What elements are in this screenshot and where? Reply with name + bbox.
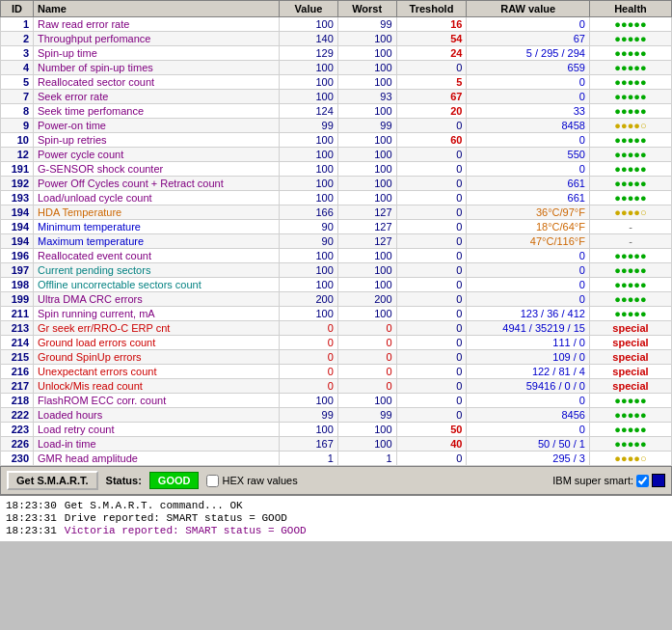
- cell-health: ●●●●●: [589, 90, 671, 104]
- cell-id: 10: [1, 133, 34, 148]
- table-row: 213 Gr seek err/RRO-C ERP cnt 0 0 0 4941…: [1, 321, 672, 336]
- log-lines: 18:23:30 Get S.M.A.R.T. command... OK 18…: [6, 500, 666, 536]
- col-header-id: ID: [1, 1, 34, 17]
- log-timestamp: 18:23:30: [6, 500, 57, 511]
- cell-treshold: 24: [396, 46, 467, 61]
- table-row: 230 GMR head amplitude 1 1 0 295 / 3 ●●●…: [1, 452, 672, 466]
- cell-health: ●●●●●: [589, 75, 671, 90]
- cell-value: 90: [280, 234, 338, 249]
- cell-value: 100: [280, 307, 338, 321]
- cell-health: ●●●●○: [589, 452, 671, 466]
- cell-id: 9: [1, 119, 34, 133]
- hex-raw-label[interactable]: HEX raw values: [206, 475, 297, 487]
- cell-value: 100: [280, 148, 338, 162]
- cell-name: Spin-up retries: [34, 133, 280, 148]
- cell-worst: 100: [337, 191, 396, 205]
- cell-value: 140: [280, 32, 338, 46]
- cell-health: special: [589, 350, 671, 365]
- cell-raw: 0: [467, 263, 590, 278]
- hex-raw-checkbox[interactable]: [206, 475, 219, 487]
- table-row: 214 Ground load errors count 0 0 0 111 /…: [1, 336, 672, 350]
- cell-name: Unexpectant errors count: [34, 365, 280, 379]
- cell-raw: 550: [467, 148, 590, 162]
- table-row: 1 Raw read error rate 100 99 16 0 ●●●●●: [1, 17, 672, 32]
- table-row: 191 G-SENSOR shock counter 100 100 0 0 ●…: [1, 162, 672, 177]
- cell-health: ●●●●●: [589, 292, 671, 307]
- cell-treshold: 0: [396, 263, 467, 278]
- table-row: 7 Seek error rate 100 93 67 0 ●●●●●: [1, 90, 672, 104]
- cell-health: ●●●●●: [589, 263, 671, 278]
- cell-treshold: 5: [396, 75, 467, 90]
- cell-name: Offline uncorrectable sectors count: [34, 278, 280, 292]
- table-row: 218 FlashROM ECC corr. count 100 100 0 0…: [1, 394, 672, 408]
- cell-id: 194: [1, 220, 34, 234]
- cell-worst: 0: [337, 365, 396, 379]
- log-line: 18:23:31 Drive reported: SMART status = …: [6, 512, 666, 524]
- ibm-label[interactable]: IBM super smart:: [552, 474, 665, 487]
- cell-value: 90: [280, 220, 338, 234]
- log-area: 18:23:30 Get S.M.A.R.T. command... OK 18…: [0, 495, 672, 541]
- cell-id: 213: [1, 321, 34, 336]
- cell-name: Power cycle count: [34, 148, 280, 162]
- table-row: 5 Reallocated sector count 100 100 5 0 ●…: [1, 75, 672, 90]
- cell-id: 196: [1, 249, 34, 263]
- cell-health: ●●●●●: [589, 307, 671, 321]
- cell-id: 223: [1, 423, 34, 437]
- table-row: 198 Offline uncorrectable sectors count …: [1, 278, 672, 292]
- cell-name: Number of spin-up times: [34, 61, 280, 75]
- cell-value: 100: [280, 191, 338, 205]
- col-header-name: Name: [34, 1, 280, 17]
- cell-treshold: 0: [396, 61, 467, 75]
- cell-raw: 0: [467, 90, 590, 104]
- table-row: 10 Spin-up retries 100 100 60 0 ●●●●●: [1, 133, 672, 148]
- cell-health: ●●●●●: [589, 423, 671, 437]
- get-smart-button[interactable]: Get S.M.A.R.T.: [7, 471, 98, 490]
- cell-id: 214: [1, 336, 34, 350]
- cell-value: 99: [280, 119, 338, 133]
- cell-id: 211: [1, 307, 34, 321]
- cell-worst: 127: [337, 220, 396, 234]
- cell-name: Load-in time: [34, 437, 280, 452]
- cell-raw: 59416 / 0 / 0: [467, 379, 590, 394]
- cell-id: 216: [1, 365, 34, 379]
- cell-name: Throughput perfomance: [34, 32, 280, 46]
- cell-treshold: 0: [396, 278, 467, 292]
- cell-value: 100: [280, 133, 338, 148]
- smart-table-container: ID Name Value Worst Treshold RAW value H…: [0, 0, 672, 466]
- cell-treshold: 0: [396, 249, 467, 263]
- cell-value: 100: [280, 423, 338, 437]
- cell-treshold: 0: [396, 350, 467, 365]
- cell-raw: 123 / 36 / 412: [467, 307, 590, 321]
- cell-health: ●●●●●: [589, 133, 671, 148]
- cell-value: 100: [280, 177, 338, 191]
- cell-name: GMR head amplitude: [34, 452, 280, 466]
- table-row: 192 Power Off Cycles count + Retract cou…: [1, 177, 672, 191]
- cell-value: 100: [280, 249, 338, 263]
- log-line: 18:23:31 Victoria reported: SMART status…: [6, 525, 666, 536]
- cell-worst: 127: [337, 234, 396, 249]
- cell-raw: 0: [467, 292, 590, 307]
- table-row: 197 Current pending sectors 100 100 0 0 …: [1, 263, 672, 278]
- cell-health: ●●●●●: [589, 249, 671, 263]
- cell-name: Spin-up time: [34, 46, 280, 61]
- table-row: 8 Seek time perfomance 124 100 20 33 ●●●…: [1, 104, 672, 119]
- cell-raw: 0: [467, 249, 590, 263]
- cell-worst: 99: [337, 17, 396, 32]
- cell-treshold: 40: [396, 437, 467, 452]
- cell-health: ●●●●●: [589, 61, 671, 75]
- cell-treshold: 0: [396, 452, 467, 466]
- cell-health: ●●●●●: [589, 408, 671, 423]
- cell-name: G-SENSOR shock counter: [34, 162, 280, 177]
- cell-treshold: 0: [396, 119, 467, 133]
- cell-id: 12: [1, 148, 34, 162]
- status-label: Status:: [106, 475, 142, 486]
- log-message: Victoria reported: SMART status = GOOD: [65, 525, 307, 536]
- ibm-checkbox[interactable]: [636, 475, 649, 487]
- cell-health: special: [589, 321, 671, 336]
- cell-id: 192: [1, 177, 34, 191]
- cell-id: 191: [1, 162, 34, 177]
- cell-id: 217: [1, 379, 34, 394]
- cell-id: 199: [1, 292, 34, 307]
- cell-worst: 100: [337, 307, 396, 321]
- cell-worst: 200: [337, 292, 396, 307]
